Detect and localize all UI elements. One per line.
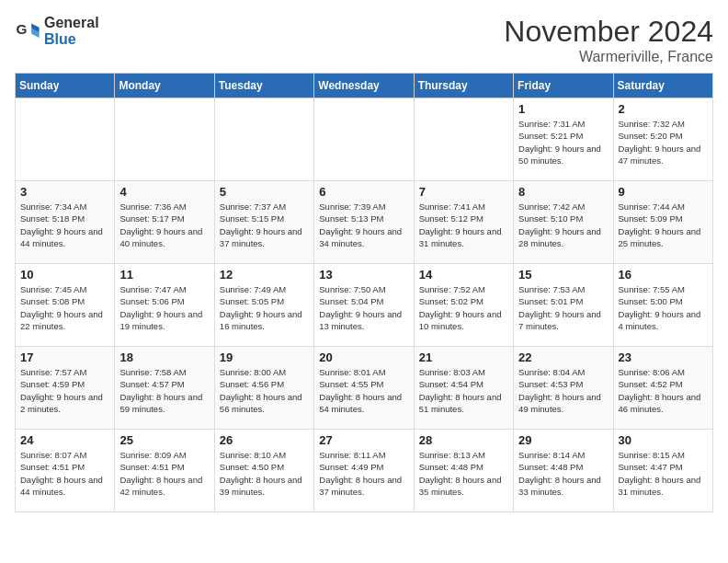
day-number: 23 <box>619 350 708 364</box>
day-info: Sunrise: 7:31 AM Sunset: 5:21 PM Dayligh… <box>518 118 608 167</box>
day-info: Sunrise: 8:15 AM Sunset: 4:47 PM Dayligh… <box>619 449 708 498</box>
page-header: G General Blue November 2024 Warmerivill… <box>15 15 713 65</box>
header-saturday: Saturday <box>613 74 712 98</box>
table-row: 18Sunrise: 7:58 AM Sunset: 4:57 PM Dayli… <box>115 347 214 430</box>
table-row: 13Sunrise: 7:50 AM Sunset: 5:04 PM Dayli… <box>314 264 414 347</box>
day-number: 1 <box>518 102 608 116</box>
day-info: Sunrise: 7:57 AM Sunset: 4:59 PM Dayligh… <box>20 366 109 415</box>
header-tuesday: Tuesday <box>214 74 313 98</box>
calendar-week-row: 3Sunrise: 7:34 AM Sunset: 5:18 PM Daylig… <box>16 181 713 264</box>
table-row: 5Sunrise: 7:37 AM Sunset: 5:15 PM Daylig… <box>214 181 313 264</box>
day-info: Sunrise: 8:03 AM Sunset: 4:54 PM Dayligh… <box>419 366 508 415</box>
day-info: Sunrise: 7:53 AM Sunset: 5:01 PM Dayligh… <box>518 283 608 332</box>
header-sunday: Sunday <box>16 74 115 98</box>
day-info: Sunrise: 8:13 AM Sunset: 4:48 PM Dayligh… <box>419 449 508 498</box>
table-row: 4Sunrise: 7:36 AM Sunset: 5:17 PM Daylig… <box>115 181 214 264</box>
table-row: 28Sunrise: 8:13 AM Sunset: 4:48 PM Dayli… <box>414 430 513 512</box>
table-row: 14Sunrise: 7:52 AM Sunset: 5:02 PM Dayli… <box>414 264 513 347</box>
day-number: 27 <box>319 433 408 447</box>
title-block: November 2024 Warmeriville, France <box>504 15 713 65</box>
day-info: Sunrise: 7:55 AM Sunset: 5:00 PM Dayligh… <box>619 283 708 332</box>
day-number: 5 <box>220 185 309 199</box>
table-row: 9Sunrise: 7:44 AM Sunset: 5:09 PM Daylig… <box>613 181 712 264</box>
header-monday: Monday <box>115 74 214 98</box>
table-row: 25Sunrise: 8:09 AM Sunset: 4:51 PM Dayli… <box>115 430 214 512</box>
day-info: Sunrise: 7:34 AM Sunset: 5:18 PM Dayligh… <box>20 201 109 249</box>
day-info: Sunrise: 8:11 AM Sunset: 4:49 PM Dayligh… <box>319 449 408 498</box>
day-number: 15 <box>518 268 608 282</box>
table-row: 24Sunrise: 8:07 AM Sunset: 4:51 PM Dayli… <box>16 430 115 512</box>
table-row <box>16 98 115 181</box>
day-number: 17 <box>20 350 109 364</box>
day-number: 18 <box>119 350 209 364</box>
day-number: 7 <box>419 185 508 199</box>
table-row: 8Sunrise: 7:42 AM Sunset: 5:10 PM Daylig… <box>514 181 613 264</box>
day-info: Sunrise: 7:49 AM Sunset: 5:05 PM Dayligh… <box>220 283 309 332</box>
table-row: 16Sunrise: 7:55 AM Sunset: 5:00 PM Dayli… <box>613 264 712 347</box>
day-number: 13 <box>319 268 408 282</box>
day-info: Sunrise: 8:14 AM Sunset: 4:48 PM Dayligh… <box>518 449 608 498</box>
table-row: 22Sunrise: 8:04 AM Sunset: 4:53 PM Dayli… <box>514 347 613 430</box>
day-number: 19 <box>220 350 309 364</box>
table-row: 6Sunrise: 7:39 AM Sunset: 5:13 PM Daylig… <box>314 181 414 264</box>
day-number: 25 <box>119 433 209 447</box>
table-row: 27Sunrise: 8:11 AM Sunset: 4:49 PM Dayli… <box>314 430 414 512</box>
day-number: 10 <box>20 268 109 282</box>
day-info: Sunrise: 7:44 AM Sunset: 5:09 PM Dayligh… <box>619 201 708 249</box>
table-row: 19Sunrise: 8:00 AM Sunset: 4:56 PM Dayli… <box>214 347 313 430</box>
day-info: Sunrise: 7:32 AM Sunset: 5:20 PM Dayligh… <box>619 118 708 167</box>
day-number: 4 <box>119 185 209 199</box>
table-row: 11Sunrise: 7:47 AM Sunset: 5:06 PM Dayli… <box>115 264 214 347</box>
day-number: 11 <box>119 268 209 282</box>
day-info: Sunrise: 7:42 AM Sunset: 5:10 PM Dayligh… <box>518 201 608 249</box>
day-info: Sunrise: 7:50 AM Sunset: 5:04 PM Dayligh… <box>319 283 408 332</box>
header-friday: Friday <box>514 74 613 98</box>
table-row: 1Sunrise: 7:31 AM Sunset: 5:21 PM Daylig… <box>514 98 613 181</box>
day-number: 8 <box>518 185 608 199</box>
day-info: Sunrise: 7:41 AM Sunset: 5:12 PM Dayligh… <box>419 201 508 249</box>
logo: G General Blue <box>15 15 99 48</box>
day-info: Sunrise: 8:00 AM Sunset: 4:56 PM Dayligh… <box>220 366 309 415</box>
day-info: Sunrise: 8:07 AM Sunset: 4:51 PM Dayligh… <box>20 449 109 498</box>
day-number: 22 <box>518 350 608 364</box>
table-row: 2Sunrise: 7:32 AM Sunset: 5:20 PM Daylig… <box>613 98 712 181</box>
day-info: Sunrise: 7:52 AM Sunset: 5:02 PM Dayligh… <box>419 283 508 332</box>
table-row: 29Sunrise: 8:14 AM Sunset: 4:48 PM Dayli… <box>514 430 613 512</box>
table-row: 15Sunrise: 7:53 AM Sunset: 5:01 PM Dayli… <box>514 264 613 347</box>
day-number: 28 <box>419 433 508 447</box>
day-info: Sunrise: 7:37 AM Sunset: 5:15 PM Dayligh… <box>220 201 309 249</box>
calendar-week-row: 17Sunrise: 7:57 AM Sunset: 4:59 PM Dayli… <box>16 347 713 430</box>
table-row: 12Sunrise: 7:49 AM Sunset: 5:05 PM Dayli… <box>214 264 313 347</box>
calendar-week-row: 1Sunrise: 7:31 AM Sunset: 5:21 PM Daylig… <box>16 98 713 181</box>
table-row <box>314 98 414 181</box>
calendar-week-row: 10Sunrise: 7:45 AM Sunset: 5:08 PM Dayli… <box>16 264 713 347</box>
day-info: Sunrise: 8:01 AM Sunset: 4:55 PM Dayligh… <box>319 366 408 415</box>
location-title: Warmeriville, France <box>504 49 713 65</box>
table-row <box>214 98 313 181</box>
calendar-week-row: 24Sunrise: 8:07 AM Sunset: 4:51 PM Dayli… <box>16 430 713 512</box>
day-number: 20 <box>319 350 408 364</box>
table-row: 23Sunrise: 8:06 AM Sunset: 4:52 PM Dayli… <box>613 347 712 430</box>
day-info: Sunrise: 7:45 AM Sunset: 5:08 PM Dayligh… <box>20 283 109 332</box>
logo-text: General Blue <box>44 15 99 48</box>
day-number: 24 <box>20 433 109 447</box>
logo-icon: G <box>15 18 40 44</box>
table-row: 21Sunrise: 8:03 AM Sunset: 4:54 PM Dayli… <box>414 347 513 430</box>
header-thursday: Thursday <box>414 74 513 98</box>
table-row: 10Sunrise: 7:45 AM Sunset: 5:08 PM Dayli… <box>16 264 115 347</box>
table-row: 26Sunrise: 8:10 AM Sunset: 4:50 PM Dayli… <box>214 430 313 512</box>
day-info: Sunrise: 7:36 AM Sunset: 5:17 PM Dayligh… <box>119 201 209 249</box>
day-number: 2 <box>619 102 708 116</box>
day-info: Sunrise: 7:39 AM Sunset: 5:13 PM Dayligh… <box>319 201 408 249</box>
day-number: 30 <box>619 433 708 447</box>
day-number: 3 <box>20 185 109 199</box>
day-info: Sunrise: 8:06 AM Sunset: 4:52 PM Dayligh… <box>619 366 708 415</box>
day-info: Sunrise: 8:09 AM Sunset: 4:51 PM Dayligh… <box>119 449 209 498</box>
day-number: 29 <box>518 433 608 447</box>
table-row: 3Sunrise: 7:34 AM Sunset: 5:18 PM Daylig… <box>16 181 115 264</box>
day-number: 21 <box>419 350 508 364</box>
table-row: 20Sunrise: 8:01 AM Sunset: 4:55 PM Dayli… <box>314 347 414 430</box>
day-info: Sunrise: 7:58 AM Sunset: 4:57 PM Dayligh… <box>119 366 209 415</box>
table-row <box>414 98 513 181</box>
day-info: Sunrise: 7:47 AM Sunset: 5:06 PM Dayligh… <box>119 283 209 332</box>
